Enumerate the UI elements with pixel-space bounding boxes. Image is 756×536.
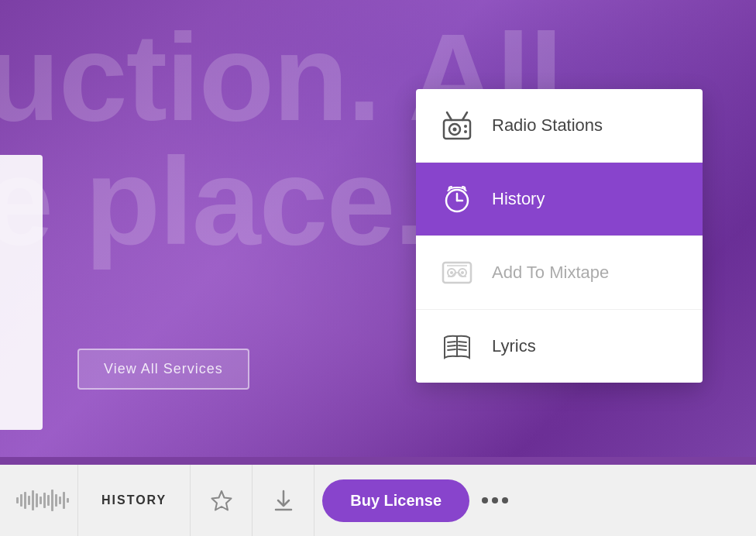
svg-rect-0 [444, 120, 470, 139]
dot [502, 497, 508, 503]
waveform-bar [16, 497, 19, 503]
history-icon [438, 180, 476, 218]
menu-item-history-label: History [492, 189, 545, 209]
lyrics-icon [438, 327, 476, 366]
svg-line-20 [459, 345, 466, 346]
svg-line-17 [448, 345, 455, 346]
svg-point-6 [453, 128, 457, 132]
svg-line-1 [447, 112, 452, 120]
history-label: HISTORY [101, 493, 167, 507]
menu-item-lyrics[interactable]: Lyrics [416, 310, 703, 383]
waveform-bar [67, 498, 69, 503]
menu-item-lyrics-label: Lyrics [492, 336, 536, 356]
waveform-bar [28, 496, 30, 505]
view-all-label: View All Services [104, 361, 223, 376]
radio-icon [438, 106, 476, 145]
svg-point-14 [461, 271, 464, 274]
waveform-section [8, 485, 77, 516]
waveform-bar [47, 495, 50, 506]
favorite-button[interactable] [191, 465, 253, 536]
download-icon [271, 488, 296, 513]
dot [492, 497, 498, 503]
waveform-bars [16, 489, 69, 512]
svg-point-4 [464, 125, 467, 128]
menu-item-add-to-mixtape[interactable]: Add To Mixtape [416, 236, 703, 310]
svg-line-16 [448, 342, 455, 342]
menu-item-radio-stations[interactable]: Radio Stations [416, 89, 703, 163]
view-all-services-button[interactable]: View All Services [77, 349, 249, 390]
waveform-bar [24, 492, 26, 509]
history-label-section: HISTORY [77, 465, 191, 536]
download-button[interactable] [253, 465, 314, 536]
star-icon [209, 488, 234, 513]
waveform-bar [40, 496, 42, 504]
waveform-bar [59, 496, 61, 504]
buy-license-label: Buy License [350, 492, 442, 509]
menu-item-radio-stations-label: Radio Stations [492, 115, 603, 136]
mixtape-icon [438, 253, 476, 292]
bottom-bar: HISTORY Buy License [0, 465, 756, 536]
waveform-bar [51, 490, 53, 511]
waveform-bar [36, 493, 38, 507]
hero-text-line2: e place. [0, 139, 427, 263]
svg-point-5 [464, 130, 467, 133]
waveform-bar [32, 490, 34, 510]
dropdown-menu: Radio Stations History [416, 89, 703, 383]
waveform-bar [43, 493, 46, 508]
svg-line-18 [448, 349, 455, 350]
svg-line-19 [459, 342, 466, 342]
waveform-bar [63, 492, 65, 509]
dot [482, 497, 488, 503]
svg-line-21 [459, 349, 466, 350]
svg-point-12 [450, 271, 453, 274]
waveform-bar [55, 494, 57, 507]
buy-license-button[interactable]: Buy License [322, 479, 469, 522]
waveform-bar [20, 494, 22, 507]
more-options-button[interactable] [482, 497, 508, 503]
menu-item-add-to-mixtape-label: Add To Mixtape [492, 263, 609, 283]
menu-item-history[interactable]: History [416, 163, 703, 236]
svg-line-2 [462, 112, 467, 120]
left-panel [0, 155, 43, 430]
